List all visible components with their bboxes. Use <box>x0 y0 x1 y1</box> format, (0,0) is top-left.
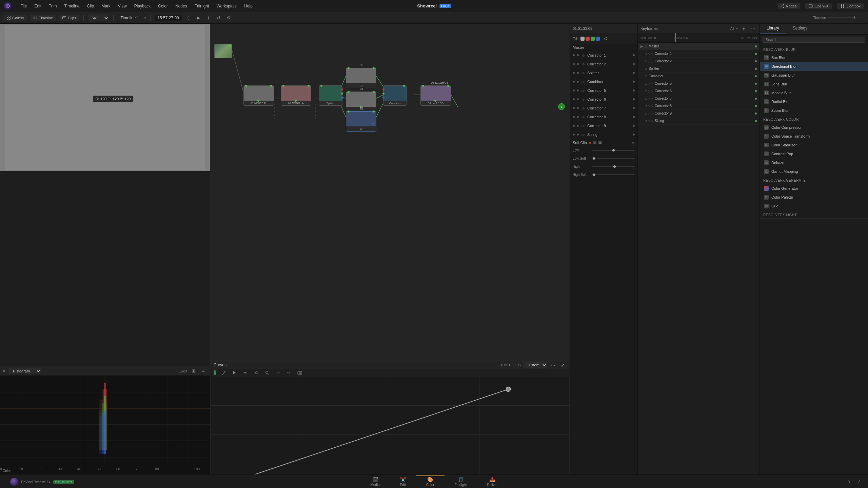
channel-red-btn[interactable] <box>586 37 590 41</box>
svg-text:fx: fx <box>810 5 812 7</box>
nodes-button[interactable]: Nodes <box>777 3 800 9</box>
timeline-settings-icon[interactable]: ⋯ <box>857 14 865 22</box>
curves-options-btn[interactable]: ⋯ <box>549 361 557 369</box>
center-panel: 1 <box>210 24 570 474</box>
channel-all-btn[interactable] <box>580 37 585 41</box>
timeline-dropdown-icon[interactable]: ▾ <box>144 16 146 20</box>
clips-button[interactable]: Clips <box>59 15 79 21</box>
zoom-selector[interactable]: 54% 100% 75% <box>88 15 109 21</box>
nav-item-edit[interactable]: ✂️ Edit <box>390 475 416 487</box>
kf-options-btn[interactable]: ⋯ <box>749 25 757 32</box>
curve-zoom-tool[interactable] <box>263 369 271 377</box>
node-combiner[interactable]: Combiner <box>383 85 407 106</box>
lib-item-lens-blur[interactable]: Lens Blur <box>760 80 868 88</box>
nav-fullscreen-btn[interactable]: ⤢ <box>855 478 863 485</box>
color-reset-btn[interactable]: ↺ <box>602 35 609 42</box>
play-prev-button[interactable]: ⟨ <box>184 14 192 22</box>
sc-btn-w[interactable]: W <box>598 141 602 144</box>
sc-reset-btn[interactable]: ↺ <box>632 141 635 145</box>
menu-playback[interactable]: Playback <box>131 2 154 10</box>
channel-green-btn[interactable] <box>591 37 595 41</box>
menu-trim[interactable]: Trim <box>45 2 60 10</box>
play-next-button[interactable]: ⟩ <box>205 14 212 22</box>
lib-item-color-generator[interactable]: Color Generator <box>760 184 868 193</box>
tab-library[interactable]: Library <box>760 24 786 34</box>
sc-lowsoft-slider[interactable] <box>592 158 635 159</box>
nav-item-fairlight[interactable]: 🎵 Fairlight <box>445 475 477 487</box>
lib-item-zoom-blur[interactable]: Zoom Blur <box>760 106 868 115</box>
lib-item-gamut-mapping[interactable]: Gamut Mapping <box>760 167 868 176</box>
curve-shape-tool[interactable] <box>252 369 260 377</box>
lib-item-dehaze[interactable]: Dehaze <box>760 158 868 167</box>
lib-item-mosaic-blur[interactable]: Mosaic Blur <box>760 88 868 97</box>
settings-button[interactable]: ⚙ <box>225 14 233 22</box>
menu-fairlight[interactable]: Fairlight <box>191 2 213 10</box>
lib-item-contrast-pop[interactable]: Contrast Pop <box>760 149 868 158</box>
menu-color[interactable]: Color <box>155 2 171 10</box>
curve-select-tool[interactable] <box>231 369 239 377</box>
scope-settings-icon[interactable]: ≡ <box>200 367 207 375</box>
menu-nodes[interactable]: Nodes <box>172 2 191 10</box>
node-01-neutral[interactable]: 01 NEUTRAL <box>243 85 274 106</box>
lib-item-gaussian-blur[interactable]: Gaussian Blur <box>760 71 868 80</box>
menu-help[interactable]: Help <box>241 2 256 10</box>
timeline-zoom-slider[interactable] <box>828 17 855 18</box>
node-editor[interactable]: 1 <box>210 24 570 361</box>
curves-mode-selector[interactable]: Custom <box>523 362 547 368</box>
library-search-input[interactable] <box>763 37 865 43</box>
curve-redo-tool[interactable]: ↪ <box>285 369 293 377</box>
curve-anchor-top[interactable] <box>506 387 511 391</box>
menu-file[interactable]: File <box>17 2 30 10</box>
kf-add-btn[interactable]: + <box>740 25 747 32</box>
lib-item-color-compressor[interactable]: Color Compressor <box>760 123 868 132</box>
curve-pen-tool[interactable] <box>220 369 228 377</box>
scopes-type-selector[interactable]: Histogram Waveform Parade Vectorscope <box>9 368 41 374</box>
lib-item-color-stabilizer[interactable]: Color Stabilizer <box>760 141 868 149</box>
timeline-button[interactable]: Timeline <box>30 15 56 21</box>
lightbox-button[interactable]: Lightbox <box>837 3 864 9</box>
nav-item-deliver[interactable]: 📤 Deliver <box>477 475 508 487</box>
lib-item-color-space-transform-label: Color Space Transform <box>771 134 810 138</box>
channel-blue-btn[interactable] <box>596 37 600 41</box>
sc-highsoft-thumb <box>593 174 595 176</box>
node-08-lab2rgb[interactable]: 08 Lab2RGB 08 Lab2RGB <box>420 85 451 106</box>
soft-clip-header: Soft Clip B W ↺ <box>573 141 635 145</box>
menu-view[interactable]: View <box>115 2 130 10</box>
sc-low-slider[interactable] <box>592 150 635 151</box>
node-05[interactable]: 05 05 <box>346 68 376 88</box>
scope-layout-icon[interactable]: ⊞ <box>190 367 197 375</box>
node-02-rgb2lab[interactable]: 02 RGB2Lab <box>281 85 311 106</box>
curve-undo-tool[interactable]: ↩ <box>274 369 282 377</box>
menu-timeline[interactable]: Timeline <box>61 2 83 10</box>
lib-item-grid[interactable]: Grid <box>760 202 868 210</box>
lib-item-color-space-transform[interactable]: Color Space Transform <box>760 132 868 141</box>
menu-mark[interactable]: Mark <box>98 2 114 10</box>
tab-settings[interactable]: Settings <box>786 24 814 34</box>
menu-edit[interactable]: Edit <box>31 2 45 10</box>
color-timecode-bar: 01:01:33:05 <box>570 24 637 33</box>
curve-screenshot-tool[interactable] <box>296 369 304 377</box>
node-07[interactable]: 07 ↗ 07 <box>346 111 376 131</box>
scopes-close-button[interactable]: × <box>3 369 5 373</box>
play-button[interactable]: ▶ <box>195 14 202 22</box>
sc-high-slider[interactable] <box>592 166 635 167</box>
sc-btn-b[interactable]: B <box>593 141 596 144</box>
nav-item-color[interactable]: 🎨 Color <box>416 475 445 487</box>
menu-workspace[interactable]: Workspace <box>213 2 240 10</box>
lib-item-directional-blur[interactable]: Directional Blur <box>760 62 868 71</box>
curves-timecode: 01:01:33:05 <box>501 363 521 367</box>
lib-item-radial-blur[interactable]: Radial Blur <box>760 97 868 106</box>
menu-clip[interactable]: Clip <box>83 2 97 10</box>
curves-expand-btn[interactable]: ⤢ <box>559 361 566 369</box>
loop-button[interactable]: ↺ <box>215 14 222 22</box>
openfx-button[interactable]: fx OpenFX <box>805 3 832 9</box>
gallery-button[interactable]: Gallery <box>3 15 27 21</box>
curve-smooth-tool[interactable] <box>241 369 250 377</box>
nav-home-btn[interactable]: ⌂ <box>845 478 852 485</box>
lib-item-box-blur[interactable]: Box Blur <box>760 53 868 62</box>
sc-highsoft-slider[interactable] <box>592 174 635 175</box>
lib-item-color-palette[interactable]: Color Palette <box>760 193 868 202</box>
kf-dot-combiner <box>755 75 757 77</box>
nav-item-media[interactable]: 🎬 Media <box>360 475 390 487</box>
node-splitter[interactable]: Splitter <box>319 85 342 106</box>
